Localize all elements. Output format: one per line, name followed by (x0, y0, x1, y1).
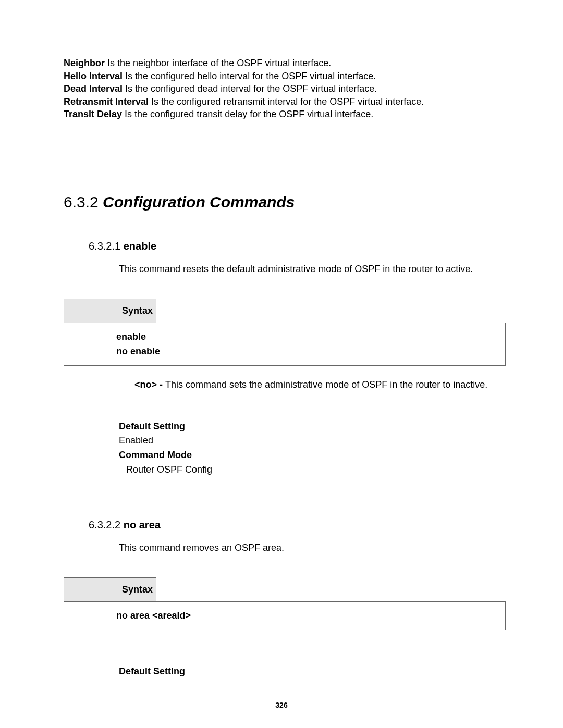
default-setting-label: Default Setting (119, 419, 506, 434)
syntax-label: Syntax (64, 299, 156, 323)
definition-term: Hello Interval (64, 71, 123, 81)
note: <no> - This command sets the administrat… (134, 379, 506, 390)
syntax-table: Syntax no area <areaid> (64, 577, 506, 630)
definition-item: Retransmit Interval Is the configured re… (64, 96, 506, 108)
syntax-line: no enable (116, 344, 505, 359)
syntax-spacer (156, 299, 506, 323)
subsection-description: This command removes an OSPF area. (119, 542, 506, 553)
settings-block: Default Setting (119, 664, 506, 679)
syntax-table: Syntax enable no enable (64, 299, 506, 366)
syntax-label: Syntax (64, 578, 156, 602)
settings-block: Default Setting Enabled Command Mode Rou… (119, 419, 506, 478)
command-mode-value: Router OSPF Config (126, 463, 506, 477)
definition-item: Dead Interval Is the configured dead int… (64, 83, 506, 95)
section-heading: 6.3.2 Configuration Commands (64, 193, 506, 211)
definition-item: Hello Interval Is the configured hello i… (64, 70, 506, 82)
definition-term: Dead Interval (64, 83, 123, 94)
default-setting-label: Default Setting (119, 664, 506, 679)
definition-text: Is the configured hello interval for the… (123, 71, 376, 81)
definition-term: Transit Delay (64, 109, 122, 119)
subsection-number: 6.3.2.2 (89, 519, 120, 530)
subsection-title: no area (124, 519, 161, 530)
definition-list: Neighbor Is the neighbor interface of th… (64, 57, 506, 120)
definition-text: Is the neighbor interface of the OSPF vi… (105, 58, 331, 68)
note-text: This command sets the administrative mod… (165, 379, 487, 390)
subsection-heading: 6.3.2.1 enable (89, 240, 506, 252)
syntax-line: no area <areaid> (116, 609, 505, 623)
command-mode-label: Command Mode (119, 448, 506, 463)
subsection-title: enable (124, 240, 156, 252)
subsection-heading: 6.3.2.2 no area (89, 519, 506, 531)
section-number: 6.3.2 (64, 193, 99, 211)
subsection-number: 6.3.2.1 (89, 240, 120, 252)
definition-item: Transit Delay Is the configured transit … (64, 108, 506, 120)
definition-text: Is the configured dead interval for the … (123, 83, 377, 94)
page-number: 326 (0, 701, 563, 709)
definition-text: Is the configured transit delay for the … (122, 109, 373, 119)
syntax-line: enable (116, 330, 505, 344)
syntax-body: no area <areaid> (64, 602, 506, 630)
subsection-description: This command resets the default administ… (119, 264, 506, 275)
syntax-body: enable no enable (64, 323, 506, 365)
default-setting-value: Enabled (119, 434, 506, 448)
section-title: Configuration Commands (103, 193, 295, 211)
note-tag: <no> - (134, 379, 165, 390)
syntax-spacer (156, 578, 506, 602)
definition-text: Is the configured retransmit interval fo… (149, 96, 424, 107)
definition-term: Neighbor (64, 58, 105, 68)
definition-item: Neighbor Is the neighbor interface of th… (64, 57, 506, 69)
page: Neighbor Is the neighbor interface of th… (0, 0, 563, 728)
definition-term: Retransmit Interval (64, 96, 149, 107)
